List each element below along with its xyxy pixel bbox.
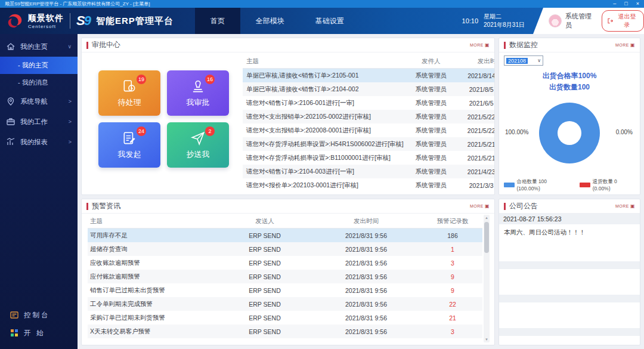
count-cell: 9 [423, 287, 482, 294]
window-titlebar: 顺景S9智能ERP管理平台 - 广东顺景软件科技有限公司_ZY - [主菜单] … [0, 0, 644, 8]
clock: 10:10 星期二 2021年8月31日 [462, 13, 525, 30]
notice-content[interactable]: 本周六、周日公司活动！！！ [499, 224, 640, 261]
donut-left-label: 100.00% [505, 129, 528, 135]
user-name: 系统管理员 [565, 12, 596, 30]
approval-row[interactable]: 请您对<支出报销单>:202105-0002进行[审核]系统管理员2021/5/… [243, 110, 495, 123]
approval-panel-header: 审批中心 MORE▣ [82, 38, 494, 52]
alerts-panel-header: 预警资讯 MORE▣ [82, 199, 494, 214]
sidebar-item-system-nav[interactable]: 系统导航 > [0, 91, 78, 112]
time-cell: 2021/8/14 11:45 [459, 72, 495, 79]
sidebar-subitem-my-messages[interactable]: 我的消息 [0, 74, 78, 91]
scroll-down-icon[interactable]: ▼ [485, 336, 488, 342]
count-cell: 22 [423, 301, 482, 308]
close-button[interactable]: × [636, 1, 639, 7]
user-area: 系统管理员 退出登录 [533, 8, 644, 34]
brand: 顺景软件 Centersoft [6, 12, 64, 30]
alerts-more-link[interactable]: MORE▣ [470, 204, 490, 209]
data-monitor-panel: 数据监控 MORE▣ 202108 ∨ 出货合格率100% 出货数量100 10… [499, 38, 640, 195]
alert-row[interactable]: 应付账款逾期预警ERP SEND2021/8/31 9:569 [88, 270, 482, 283]
sender-cell: 系统管理员 [404, 181, 459, 190]
notice-more-link[interactable]: MORE▣ [615, 204, 635, 209]
alert-row[interactable]: 采购订单已过期未到货预警ERP SEND2021/8/31 9:5621 [88, 311, 482, 325]
notice-empty-stripe [499, 328, 640, 336]
nav-tab-2[interactable]: 基础设置 [300, 8, 360, 34]
approval-row[interactable]: 请您对<报价单>:202103-0001进行[审核]系统管理员2021/3/3 … [243, 178, 495, 192]
time-cell: 2021/5/21 16:13 [459, 141, 495, 148]
time-cell: 2021/8/31 9:56 [309, 246, 423, 253]
alerts-scrollbar[interactable]: ▲ ▼ [484, 215, 490, 342]
nav-tab-1[interactable]: 全部模块 [240, 8, 300, 34]
sidebar-item-my-home[interactable]: 我的主页 ∨ [0, 36, 78, 57]
console-button[interactable]: 控制台 [0, 306, 78, 324]
approval-row[interactable]: 单据已审核,请接收<销售订单>:2104-002系统管理员2021/8/5 16… [243, 82, 495, 96]
minimize-button[interactable]: – [613, 1, 616, 7]
start-button[interactable]: 开 始 [0, 324, 78, 342]
time-cell: 2021/3/3 12:00 [459, 182, 495, 189]
approval-row[interactable]: 请您对<存货浮动耗损率设置>:H54R1S006002进行[审核]系统管理员20… [243, 137, 495, 151]
logout-button[interactable]: 退出登录 [602, 10, 644, 32]
time-cell: 2021/8/31 9:56 [309, 328, 423, 335]
time-column-header: 发出时间 [309, 217, 423, 226]
scroll-up-icon[interactable]: ▲ [485, 215, 488, 221]
maximize-button[interactable]: □ [624, 1, 627, 7]
legend-item-return: 退货数量 0 (0.00%) [580, 178, 635, 192]
approval-more-link[interactable]: MORE▣ [470, 43, 490, 48]
alert-row[interactable]: 超储存货查询ERP SEND2021/8/31 9:561 [88, 242, 482, 256]
panel-accent-bar [86, 42, 88, 49]
approval-row[interactable]: 请您对<销售订单>:2106-001进行[一审]系统管理员2021/6/5 14… [243, 96, 495, 110]
sender-cell: 系统管理员 [404, 85, 459, 94]
nav-tab-0[interactable]: 首页 [195, 8, 240, 34]
subject-cell: 单据已审核,请接收<销售订单>:2105-001 [243, 72, 404, 80]
brand-text: 顺景软件 Centersoft [28, 13, 64, 29]
user-avatar[interactable] [549, 14, 562, 27]
time-cell: 2021/5/22 17:41 [459, 113, 495, 121]
monitor-body: 202108 ∨ 出货合格率100% 出货数量100 100.00% 0.00%… [499, 52, 640, 195]
shipment-donut-chart[interactable] [539, 103, 600, 163]
scroll-thumb[interactable] [484, 222, 489, 253]
approval-row[interactable]: 请您对<支出报销单>:202008-0001进行[审核]系统管理员2021/5/… [243, 123, 495, 137]
subject-column-header: 主题 [88, 217, 220, 226]
alert-row[interactable]: 工令单到期未完成预警ERP SEND2021/8/31 9:5622 [88, 297, 482, 311]
sidebar-subitem-my-home[interactable]: 我的主页 [0, 57, 78, 74]
count-cell: 21 [423, 314, 482, 322]
start-squares-icon [10, 328, 19, 338]
month-select[interactable]: 202108 ∨ [504, 55, 543, 66]
alert-row[interactable]: 销售订单已过期未出货预警ERP SEND2021/8/31 9:569 [88, 283, 482, 297]
sidebar-bottom: 控制台 开 始 [0, 306, 78, 349]
time-cell: 2021/8/31 9:56 [309, 260, 423, 267]
pending-tile[interactable]: 19 待处理 [98, 70, 160, 116]
sender-cell: ERP SEND [220, 314, 309, 322]
notice-panel-title: 公司公告 [509, 201, 538, 211]
subject-cell: 请您对<销售订单>:2106-001进行[一审] [243, 99, 404, 107]
alert-row[interactable]: 可用库存不足ERP SEND2021/8/31 9:56186 [88, 228, 482, 242]
count-cell: 186 [423, 232, 482, 239]
approval-row[interactable]: 请您对<存货浮动耗损率设置>:B11000001进行[审核]系统管理员2021/… [243, 151, 495, 165]
approval-tiles: 19 待处理 16 我审批 24 我发起 [88, 55, 237, 192]
sidebar-item-my-work[interactable]: 我的工作 > [0, 112, 78, 132]
cc-to-me-tile[interactable]: 2 抄送我 [167, 122, 229, 168]
time-cell: 2021/8/31 9:56 [309, 301, 423, 308]
brand-name-cn: 顺景软件 [28, 13, 64, 24]
sender-cell: 系统管理员 [404, 113, 459, 121]
alert-row[interactable]: 应收账款逾期预警ERP SEND2021/8/31 9:563 [88, 256, 482, 270]
sender-cell: 系统管理员 [404, 168, 459, 176]
sidebar-item-my-reports[interactable]: 我的报表 > [0, 132, 78, 152]
subject-cell: 请您对<支出报销单>:202105-0002进行[审核] [243, 113, 404, 121]
approval-panel-title: 审批中心 [92, 40, 120, 50]
notice-body: 2021-08-27 15:56:23 本周六、周日公司活动！！！ [499, 214, 640, 345]
sender-column-header: 发件人 [404, 57, 459, 66]
pending-tile-label: 待处理 [118, 97, 141, 108]
main-content: 审批中心 MORE▣ 19 待处理 16 我审批 [78, 34, 644, 349]
sidebar: 我的主页 ∨ 我的主页 我的消息 系统导航 > 我的工作 > 我的报表 > [0, 34, 78, 349]
approval-table-body: 单据已审核,请接收<销售订单>:2105-001系统管理员2021/8/14 1… [243, 69, 495, 192]
initiated-by-me-tile[interactable]: 24 我发起 [98, 122, 160, 168]
approval-row[interactable]: 单据已审核,请接收<销售订单>:2105-001系统管理员2021/8/14 1… [243, 69, 495, 82]
product-logo: S9 智能ERP管理平台 [76, 14, 174, 27]
monitor-more-link[interactable]: MORE▣ [615, 43, 635, 48]
time-cell: 2021/8/31 9:56 [309, 273, 423, 280]
approval-row[interactable]: 请您对<销售订单>:2104-003进行[一审]系统管理员2021/4/23 1… [243, 165, 495, 178]
subject-cell: 应收账款逾期预警 [88, 259, 220, 267]
my-approvals-tile[interactable]: 16 我审批 [167, 70, 229, 116]
approval-table: 主题 发件人 发出时间 单据已审核,请接收<销售订单>:2105-001系统管理… [243, 55, 495, 192]
alert-row[interactable]: X天未转交易客户预警ERP SEND2021/8/31 9:563 [88, 325, 482, 338]
